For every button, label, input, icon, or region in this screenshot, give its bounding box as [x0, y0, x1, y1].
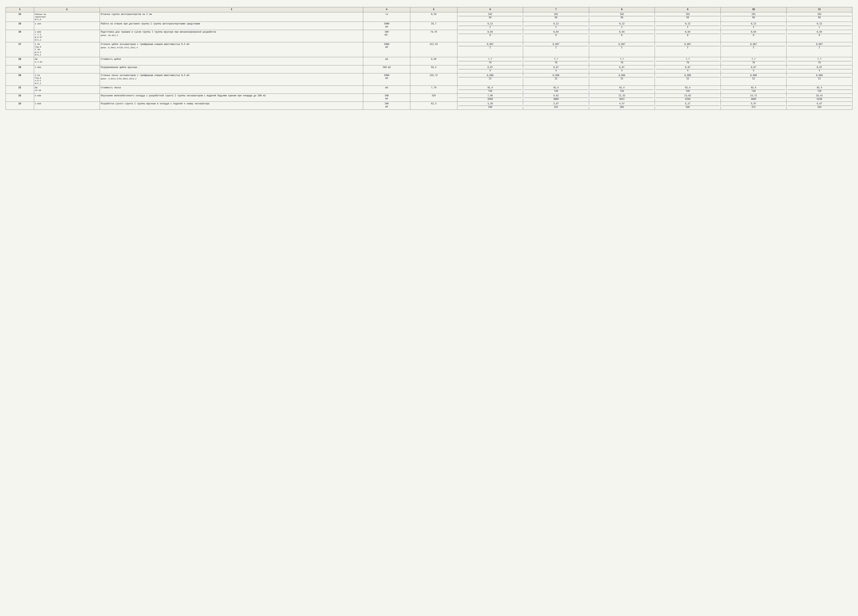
table-row: I6I-859 Г.7.3 Д.8-57 K=I,2Подготовка дна…	[6, 30, 852, 42]
row-unit: м3	[363, 86, 410, 93]
row-value-10: 0,074	[721, 65, 786, 73]
row-number: 20	[6, 73, 34, 86]
row-description: Стоимость песка	[100, 86, 363, 93]
row-value-8: 0,I2I	[589, 22, 655, 30]
row-value-7: 0,074	[523, 65, 589, 73]
row-number: 23	[6, 102, 34, 110]
row-value-8: 0,074	[589, 65, 655, 73]
row-value-6: 7,962589	[457, 94, 523, 102]
row-value-9: 7,778	[655, 57, 721, 65]
row-value-11: 0,I2i	[786, 22, 852, 30]
col-header-10: IO	[721, 7, 786, 12]
row-description: Стоимость щебня	[100, 57, 363, 65]
row-code: I-859	[34, 102, 100, 110]
col-header-6: 6	[457, 7, 523, 12]
col-header-4: 4	[363, 7, 410, 12]
row-value-6: 3,20I99	[457, 102, 523, 110]
row-value-10: 0,I2I	[721, 22, 786, 30]
table-row: I7I-56 Гад.8 Т.36. Д.8-2 K=I,4Стоянка це…	[6, 42, 852, 57]
row-unit: I00 м3	[363, 102, 410, 110]
row-value-11: 92,4720	[786, 86, 852, 93]
row-value-8: 92,4720	[589, 86, 655, 93]
row-description: Стоянка цебня экскаватором с грейферным …	[100, 42, 363, 57]
row-value-7: 0,048	[523, 30, 589, 42]
row-value-7: 0,007I	[523, 42, 589, 57]
row-value-9: 0,088I2	[655, 73, 721, 86]
row-value-6: 0,088I2	[457, 73, 523, 86]
row-value-9: 0,074	[655, 65, 721, 73]
row-value-8: 0,007I	[589, 42, 655, 57]
row-value-6: 92,4720	[457, 86, 523, 93]
col-header-5: 5	[410, 7, 457, 12]
row-quantity: 2II,I5	[410, 42, 457, 57]
row-value-6: 7,778	[457, 57, 523, 65]
row-description: Подготовка дна траншеи в сухом группы I …	[100, 30, 363, 42]
row-value-8: I9256	[589, 12, 655, 22]
table-row: 23I-859Разработка сухого грунта I группы…	[6, 102, 852, 110]
row-code: ПШ п.4-52	[34, 57, 100, 65]
row-value-10: 0,007I	[721, 42, 786, 57]
main-table: I 2 3 4 5 6 7 8 9 IO II I4Планка на тран…	[6, 7, 852, 110]
row-value-8: 7,778	[589, 57, 655, 65]
row-value-8: 0,048	[589, 30, 655, 42]
row-value-11: 0,048	[786, 30, 852, 42]
row-value-7: 3,8724I	[523, 102, 589, 110]
row-number: I8	[6, 57, 34, 65]
row-value-10: 0,048	[721, 30, 786, 42]
row-code: 5-508	[34, 94, 100, 102]
table-header-row: I 2 3 4 5 6 7 8 9 IO II	[6, 7, 852, 12]
row-quantity: 56,2	[410, 65, 457, 73]
row-value-7: 92,4720	[523, 86, 589, 93]
row-number: I4	[6, 12, 34, 22]
row-quantity: 62,3	[410, 102, 457, 110]
row-value-9: 0,I2I	[655, 22, 721, 30]
row-value-7: 7,778	[523, 57, 589, 65]
row-value-9: 0,007I	[655, 42, 721, 57]
row-number: 22	[6, 94, 34, 102]
row-value-6: 0,I2I	[457, 22, 523, 30]
row-description: Разравнивание щебня вручную .	[100, 65, 363, 73]
row-description: Стоянка песка экскаватором с грейферным …	[100, 73, 363, 86]
row-value-9: I9256	[655, 12, 721, 22]
row-value-11: 6,674I6	[786, 102, 852, 110]
row-quantity: 7,79	[410, 86, 457, 93]
col-header-9: 9	[655, 7, 721, 12]
row-value-11: I6,425238	[786, 94, 852, 102]
row-value-10: 92,4720	[721, 86, 786, 93]
row-value-10: I9256	[721, 12, 786, 22]
row-number: I5	[6, 22, 34, 30]
col-header-2: 2	[34, 7, 100, 12]
row-unit: I000 м3	[363, 22, 410, 30]
row-value-10: 0,088I2	[721, 73, 786, 86]
row-description: Опускание железобетонного колодца с разр…	[100, 94, 363, 102]
row-value-11: 0,074	[786, 65, 852, 73]
col-header-8: 8	[589, 7, 655, 12]
row-value-7: 0,I2I	[523, 22, 589, 30]
row-value-9: 92,4720	[655, 86, 721, 93]
row-value-6: I9256	[457, 12, 523, 22]
row-unit: тн	[363, 12, 410, 22]
col-header-3: 3	[100, 7, 363, 12]
table-row: I5I-I94Работа на отвале при доставке гру…	[6, 22, 852, 30]
row-value-6: 0,048	[457, 30, 523, 42]
row-value-8: II,3236II	[589, 94, 655, 102]
row-code: I-56 Гад.8 Т.36. Д.8-2 K=I,4	[34, 42, 100, 57]
row-value-11: I9256	[786, 12, 852, 22]
row-code: I-55 Гед.8 п.8-I K=I,2	[34, 73, 100, 86]
row-quantity: 0,29	[410, 12, 457, 22]
row-unit: I00 м3.	[363, 30, 410, 42]
row-description: Разработка сухого грунта I группы вручну…	[100, 102, 363, 110]
row-description: Работа на отвале при доставке группы I г…	[100, 22, 363, 30]
table-row: 2IПШ п4-20Стоимость пескам37,7992,472092…	[6, 86, 852, 93]
row-quantity: 3I9	[410, 94, 457, 102]
row-quantity: IO,7	[410, 22, 457, 30]
row-value-9: 0,048	[655, 30, 721, 42]
row-value-8: 0,088I2	[589, 73, 655, 86]
row-value-7: 0,088I2	[523, 73, 589, 86]
row-code: Планка на транспорт K=I,0	[34, 12, 100, 22]
row-value-11: 0,088I2	[786, 73, 852, 86]
row-number: I7	[6, 42, 34, 57]
row-value-6: 0,074	[457, 65, 523, 73]
row-unit: I000 м3	[363, 42, 410, 57]
row-unit: I00 м3	[363, 65, 410, 73]
